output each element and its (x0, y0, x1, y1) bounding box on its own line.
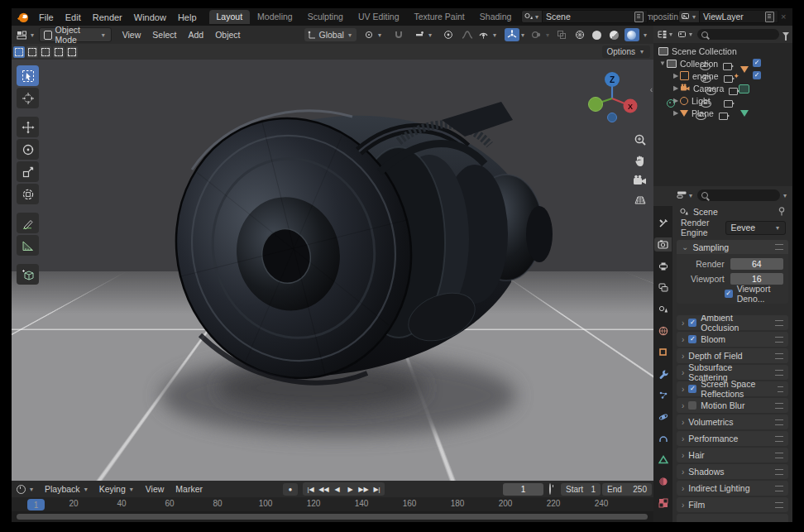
panel-screen-space-reflections[interactable]: ›Screen Space Reflections (677, 381, 788, 396)
panel-performance[interactable]: ›Performance (677, 431, 788, 446)
render-properties-tab[interactable] (654, 237, 672, 252)
tab-texture-paint[interactable]: Texture Paint (407, 10, 472, 24)
panel-checkbox[interactable] (688, 385, 696, 393)
panel-checkbox[interactable] (688, 335, 696, 343)
disable-render-icon[interactable] (719, 113, 728, 120)
panel-grip[interactable] (775, 244, 783, 250)
panel-depth-of-field[interactable]: ›Depth of Field (677, 348, 788, 363)
material-properties-tab[interactable] (654, 474, 672, 488)
panel-grip[interactable] (775, 353, 783, 359)
transform-orientation-dropdown[interactable]: Global▾ (304, 28, 357, 41)
expand-caret-icon[interactable]: ▶ (672, 84, 680, 92)
panel-grip[interactable] (775, 370, 783, 376)
output-properties-tab[interactable] (654, 259, 672, 273)
pivot-point-dropdown[interactable]: ▾ (361, 28, 386, 41)
expand-caret-icon[interactable]: ▶ (672, 72, 680, 79)
properties-editor-type-icon[interactable]: ▾ (677, 190, 694, 200)
scale-tool[interactable] (17, 161, 39, 182)
move-tool[interactable] (17, 117, 39, 137)
outliner-editor-type-icon[interactable]: ▾ (657, 30, 674, 40)
panel-film[interactable]: ›Film (677, 497, 788, 512)
playback-menu[interactable]: Playback▾ (40, 484, 94, 494)
select-mode-subtract-icon[interactable] (40, 46, 51, 58)
playhead[interactable]: 1 (27, 499, 45, 510)
orthographic-grid-icon[interactable] (634, 194, 647, 205)
panel-volumetrics[interactable]: ›Volumetrics (677, 415, 788, 429)
panel-checkbox[interactable] (688, 401, 696, 410)
viewport-3d[interactable]: Options▾ (12, 44, 653, 481)
gizmos-toggle-icon[interactable] (505, 28, 519, 41)
editor-type-icon[interactable]: ▾ (17, 30, 36, 41)
delete-viewlayer-icon[interactable]: × (781, 12, 786, 22)
cursor-tool[interactable] (17, 88, 39, 108)
options-dropdown[interactable]: Options▾ (602, 46, 650, 58)
panel-grip[interactable] (775, 419, 783, 425)
mode-selector[interactable]: Object Mode▾ (39, 27, 112, 42)
menu-select[interactable]: Select (146, 30, 182, 40)
panel-partial[interactable] (677, 514, 788, 522)
tab-sculpting[interactable]: Sculpting (300, 10, 351, 24)
outliner-row-engine[interactable]: ▶ engine ✦ ✓ (653, 69, 792, 82)
menu-object[interactable]: Object (209, 30, 246, 40)
world-properties-tab[interactable] (654, 324, 672, 338)
show-object-types-dropdown[interactable]: ▾ (475, 28, 501, 41)
properties-search-input[interactable] (697, 189, 780, 201)
new-scene-icon[interactable] (634, 12, 644, 22)
next-keyframe-icon[interactable]: ▶▶ (357, 483, 370, 495)
viewlayer-name-field[interactable]: ViewLayer (700, 10, 778, 23)
particle-properties-tab[interactable] (654, 388, 672, 402)
viewport-denoising-checkbox[interactable] (725, 290, 733, 298)
delete-scene-icon[interactable]: × (650, 12, 655, 22)
shading-material-icon[interactable] (607, 28, 622, 41)
proportional-falloff-icon[interactable] (460, 28, 475, 41)
scene-icon[interactable]: ▾ (521, 10, 543, 23)
play-icon[interactable]: ▶ (344, 483, 357, 495)
frame-start-field[interactable]: Start1 (561, 483, 601, 496)
modifier-properties-tab[interactable] (654, 367, 672, 381)
annotate-tool[interactable] (17, 213, 39, 233)
panel-grip[interactable] (775, 502, 783, 508)
sidebar-collapse-arrow[interactable]: ‹ (650, 85, 653, 94)
menu-file[interactable]: File (33, 12, 60, 23)
play-reverse-icon[interactable]: ◀ (331, 483, 343, 495)
panel-grip[interactable] (775, 469, 783, 475)
filter-icon[interactable] (782, 32, 789, 36)
new-viewlayer-icon[interactable] (765, 12, 774, 22)
breadcrumb-label[interactable]: Scene (693, 207, 718, 217)
outliner-search-input[interactable] (697, 29, 779, 40)
select-mode-extend-icon[interactable] (26, 46, 38, 58)
pan-hand-icon[interactable] (634, 154, 647, 167)
render-samples-field[interactable]: 64 (730, 258, 783, 270)
tool-properties-tab[interactable] (654, 216, 672, 230)
select-mode-invert-icon[interactable] (53, 46, 65, 58)
proportional-editing-icon[interactable] (441, 28, 456, 41)
select-mode-set-icon[interactable] (13, 46, 25, 58)
rotate-tool[interactable] (17, 139, 39, 160)
view-layer-properties-tab[interactable] (654, 280, 672, 295)
navigation-gizmo[interactable]: Z X (586, 70, 639, 123)
current-frame-field[interactable]: 1 (503, 483, 543, 496)
tab-modeling[interactable]: Modeling (250, 10, 300, 24)
use-preview-range-icon[interactable] (549, 484, 551, 494)
select-mode-intersect-icon[interactable] (66, 46, 78, 58)
select-box-tool[interactable] (17, 65, 39, 86)
blender-logo-icon[interactable] (17, 11, 29, 23)
gizmo-minus-z-axis[interactable] (608, 113, 617, 122)
object-properties-tab[interactable] (654, 345, 672, 359)
panel-hair[interactable]: ›Hair (677, 448, 788, 463)
hide-eye-icon[interactable] (696, 113, 706, 120)
scene-properties-tab[interactable] (654, 302, 672, 316)
shading-rendered-icon[interactable] (625, 28, 639, 41)
snap-settings-dropdown[interactable]: ▾ (411, 28, 437, 41)
engine-model[interactable] (12, 44, 653, 481)
timeline-scrollbar[interactable] (12, 511, 653, 522)
panel-grip[interactable] (775, 337, 783, 343)
panel-motion-blur[interactable]: ›Motion Blur (677, 398, 788, 413)
shading-solid-icon[interactable] (590, 28, 605, 41)
viewlayer-icon[interactable]: ▾ (678, 10, 700, 23)
panel-bloom[interactable]: ›Bloom (677, 332, 788, 347)
outliner-row-plane[interactable]: ▶ Plane (653, 107, 792, 119)
auto-key-record-icon[interactable]: ● (283, 483, 298, 496)
panel-shadows[interactable]: ›Shadows (677, 464, 788, 479)
shading-wireframe-icon[interactable] (572, 28, 587, 41)
